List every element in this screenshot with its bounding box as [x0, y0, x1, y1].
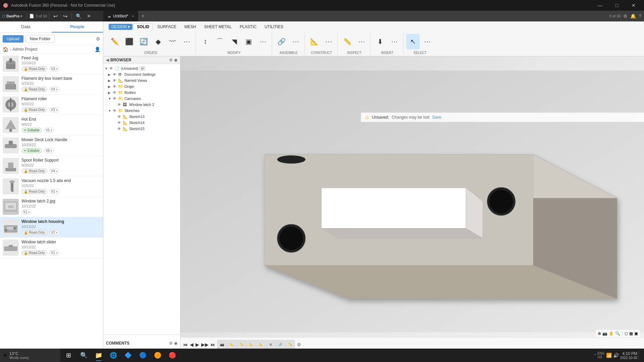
frame-1[interactable]: 📷: [217, 340, 227, 349]
press-pull-button[interactable]: ↕: [199, 34, 212, 49]
pan-button[interactable]: ✋: [609, 331, 614, 336]
sketch15-eye[interactable]: 👁: [117, 127, 123, 131]
new-folder-button[interactable]: New Folder: [25, 35, 55, 43]
browser-bodies[interactable]: ▶ 👁 📁 Bodies: [103, 89, 180, 96]
shell-button[interactable]: ▣: [242, 34, 255, 49]
ribbon-tab-plastic[interactable]: PLASTIC: [236, 23, 260, 30]
file-item-spool-roller[interactable]: Spool Roller Support 9/20/22 🔒 Read-Only…: [0, 156, 103, 176]
fillet-button[interactable]: ⌒: [213, 34, 226, 49]
display-mode-button[interactable]: ◻: [625, 331, 628, 336]
more-inspect-button[interactable]: ⋯: [355, 34, 368, 49]
browser-sketches[interactable]: ▼ 👁 📁 Sketches: [103, 108, 180, 114]
joint-button[interactable]: 🔗: [275, 34, 288, 49]
comments-settings-icon[interactable]: ⚙: [169, 341, 173, 346]
file-item-mower-deck[interactable]: Mower Deck Lock Handle 10/29/22 ✏ Editab…: [0, 135, 103, 156]
timeline-settings-icon[interactable]: ⚙: [297, 342, 301, 347]
bodies-eye[interactable]: 👁: [113, 90, 118, 95]
insert-button[interactable]: ⬇: [373, 34, 387, 49]
frame-2[interactable]: 📐: [227, 340, 236, 349]
origin-eye[interactable]: 👁: [113, 84, 118, 88]
canvas-3d[interactable]: ⚠ Unsaved: Changes may be lost Save: [180, 56, 644, 351]
file-item-filament-dry-box[interactable]: Filament dry box Insert base 9/29/22 🔒 R…: [0, 74, 103, 95]
select-button[interactable]: ↖: [406, 34, 420, 49]
browser-collapse-arrow[interactable]: ◀: [106, 58, 109, 62]
taskbar-search[interactable]: 🔍: [76, 349, 91, 362]
browser-settings-icon[interactable]: ⚙: [169, 58, 173, 62]
measure-button[interactable]: 📏: [340, 34, 354, 49]
play-next-button[interactable]: ▶▶: [201, 342, 209, 347]
ribbon-tab-utilities[interactable]: UTILITIES: [261, 23, 287, 30]
browser-window-latch-canvas[interactable]: ▶ 👁 🖼 Window latch 2: [103, 102, 180, 108]
close-button[interactable]: ✕: [626, 0, 641, 11]
chamfer-button[interactable]: ◥: [227, 34, 241, 49]
tab-people[interactable]: People: [52, 21, 103, 33]
more-insert-button[interactable]: ⋯: [388, 34, 401, 49]
tab-data[interactable]: Data: [0, 21, 52, 33]
taskbar-edge[interactable]: 🌐: [106, 349, 121, 362]
ribbon-tab-surface[interactable]: SURFACE: [154, 23, 180, 30]
add-tab-button[interactable]: +: [139, 13, 147, 19]
comments-expand-icon[interactable]: ◉: [174, 341, 177, 346]
frame-5[interactable]: 📐: [256, 340, 266, 349]
root-collapse-arrow[interactable]: ▼: [105, 67, 109, 70]
help-icon[interactable]: ?: [639, 13, 641, 19]
browser-origin[interactable]: ▶ 👁 📁 Origin: [103, 83, 180, 89]
undo-button[interactable]: ↩: [51, 12, 60, 20]
play-button[interactable]: ▶: [196, 342, 199, 347]
named-views-eye[interactable]: 👁: [113, 78, 118, 82]
redo-button[interactable]: ↪: [61, 12, 69, 20]
taskbar-app1[interactable]: 🔷: [121, 349, 136, 362]
doc-settings-arrow[interactable]: ▶: [108, 73, 113, 76]
browser-expand-icon[interactable]: ◉: [174, 58, 177, 62]
taskbar-app3[interactable]: 🟠: [150, 349, 165, 362]
ribbon-tab-mesh[interactable]: MESH: [181, 23, 200, 30]
file-item-window-latch-slider[interactable]: Window latch slider 10/12/22 🔒 Read-Only…: [0, 238, 103, 258]
more-construct-button[interactable]: ⋯: [322, 34, 335, 49]
play-prev-button[interactable]: ◀: [190, 342, 194, 347]
frame-3[interactable]: 📏: [237, 340, 246, 349]
create-sketch-button[interactable]: ✏️: [108, 34, 121, 49]
taskbar-app4[interactable]: 🔴: [165, 349, 180, 362]
settings-icon[interactable]: ⚙: [623, 13, 628, 19]
upload-button[interactable]: Upload: [3, 35, 23, 43]
canvases-arrow[interactable]: ▼: [108, 97, 113, 101]
look-at-button[interactable]: 📷: [602, 331, 607, 336]
origin-arrow[interactable]: ▶: [108, 85, 113, 88]
frame-8[interactable]: 📏: [285, 340, 295, 349]
more-select-button[interactable]: ⋯: [421, 34, 434, 49]
bodies-arrow[interactable]: ▶: [108, 91, 113, 95]
more-modify-button[interactable]: ⋯: [256, 34, 270, 49]
file-item-hot-end[interactable]: Hot End 9/6/22 ✏ Editable V1▾: [0, 115, 103, 135]
sweep-button[interactable]: 〰: [166, 34, 179, 49]
admin-icon[interactable]: 👤: [95, 47, 100, 52]
wl-canvas-eye[interactable]: 👁: [117, 103, 123, 107]
construct-plane-button[interactable]: 📐: [308, 34, 321, 49]
sketch13-eye[interactable]: 👁: [117, 115, 123, 119]
tray-arrow[interactable]: ^: [594, 353, 596, 357]
effects-button[interactable]: ▣: [634, 331, 638, 336]
play-first-button[interactable]: ⏮: [183, 342, 188, 347]
doc-settings-eye[interactable]: 👁: [113, 72, 118, 76]
sketches-arrow[interactable]: ▼: [108, 109, 113, 113]
close-doc-button[interactable]: ✕: [85, 13, 93, 19]
browser-sketch14[interactable]: ▶ 👁 📐 Sketch14: [103, 120, 180, 126]
maximize-button[interactable]: □: [609, 0, 625, 11]
more-create-button[interactable]: ⋯: [180, 34, 194, 49]
ribbon-tab-solid[interactable]: SOLID: [133, 23, 153, 30]
save-button[interactable]: Save: [432, 115, 441, 120]
file-item-feed-jug[interactable]: Feed Jug 10/28/22 🔒 Read-Only V3▾: [0, 54, 103, 74]
notifications-icon[interactable]: 🔔: [630, 13, 636, 19]
revolve-button[interactable]: 🔄: [137, 34, 150, 49]
browser-canvases[interactable]: ▼ 👁 📁 Canvases: [103, 96, 180, 102]
browser-sketch15[interactable]: ▶ 👁 📐 Sketch15: [103, 126, 180, 132]
frame-6[interactable]: ⊕: [266, 340, 275, 349]
taskbar-app2[interactable]: 🔵: [136, 349, 150, 362]
ribbon-tab-sheet-metal[interactable]: SHEET METAL: [200, 23, 235, 30]
show-desktop-button[interactable]: [639, 350, 641, 361]
zoom-button[interactable]: 🔍: [615, 331, 620, 336]
active-tab[interactable]: ☁ Untitled* ✕: [103, 11, 139, 21]
sketches-eye[interactable]: 👁: [113, 109, 118, 113]
file-item-filament-roller[interactable]: Filament roller 9/20/22 🔒 Read-Only V3▾: [0, 95, 103, 115]
start-button[interactable]: ⊞: [60, 349, 76, 362]
file-item-window-latch-housing[interactable]: Window latch housing 10/12/22 🔒 Read-Onl…: [0, 217, 103, 238]
